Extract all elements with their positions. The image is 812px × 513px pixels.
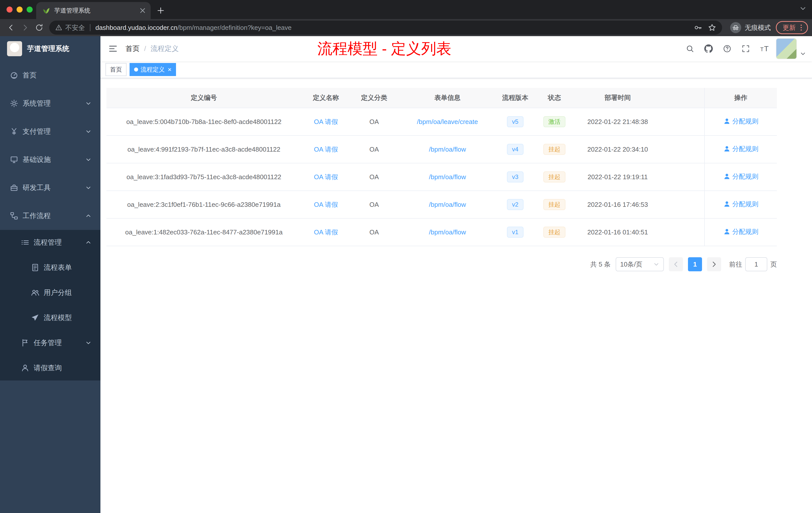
version-tag[interactable]: v3 <box>507 172 523 182</box>
dashboard-icon <box>10 71 18 79</box>
next-page-button[interactable] <box>707 257 721 271</box>
bookmark-star-icon[interactable] <box>708 24 716 32</box>
cell-version: v4 <box>497 135 533 163</box>
status-badge: 激活 <box>543 116 566 127</box>
page-unit-label: 页 <box>770 260 777 269</box>
hamburger-icon[interactable] <box>100 44 125 53</box>
navbar-actions: TT <box>684 39 812 59</box>
fullscreen-icon[interactable] <box>739 42 752 55</box>
close-window-button[interactable] <box>6 6 12 12</box>
maximize-window-button[interactable] <box>27 6 33 12</box>
sidebar-item-工作流程[interactable]: 工作流程 <box>0 202 100 230</box>
sidebar-item-流程模型[interactable]: 流程模型 <box>0 305 100 330</box>
tag-首页[interactable]: 首页 <box>106 63 126 76</box>
tag-流程定义[interactable]: 流程定义× <box>129 63 176 76</box>
menu-dots-icon[interactable] <box>797 24 805 32</box>
definition-name-link[interactable]: OA 请假 <box>314 118 338 125</box>
sidebar-item-请假查询[interactable]: 请假查询 <box>0 355 100 381</box>
tag-label: 流程定义 <box>141 65 165 73</box>
url-host: dashboard.yudao.iocoder.cn <box>95 24 177 31</box>
sidebar-item-label: 支付管理 <box>23 127 51 136</box>
breadcrumb-item[interactable]: 首页 <box>125 44 140 54</box>
address-bar[interactable]: 不安全 dashboard.yudao.iocoder.cn/bpm/manag… <box>49 21 722 35</box>
cell-spacer <box>660 191 704 218</box>
avatar[interactable] <box>776 39 796 59</box>
url-text: dashboard.yudao.iocoder.cn/bpm/manager/d… <box>95 24 689 32</box>
goto-page-input[interactable] <box>745 257 767 271</box>
sidebar-item-流程表单[interactable]: 流程表单 <box>0 255 100 280</box>
sidebar-item-支付管理[interactable]: 支付管理 <box>0 117 100 146</box>
reload-button[interactable] <box>32 21 46 35</box>
cell-definition-id: oa_leave:4:991f2193-7b7f-11ec-a3c8-acde4… <box>107 135 301 163</box>
sidebar-item-基础设施[interactable]: 基础设施 <box>0 146 100 174</box>
assign-rule-button[interactable]: 分配规则 <box>723 145 758 153</box>
github-icon[interactable] <box>702 42 715 55</box>
cell-status: 挂起 <box>533 163 576 191</box>
sidebar-item-研发工具[interactable]: 研发工具 <box>0 174 100 202</box>
person-fill-icon <box>723 145 730 152</box>
page-number-1[interactable]: 1 <box>688 257 702 271</box>
sidebar-item-任务管理[interactable]: 任务管理 <box>0 330 100 355</box>
assign-rule-label: 分配规则 <box>732 172 758 181</box>
tags-bar: 首页流程定义× <box>100 61 812 78</box>
cell-version: v3 <box>497 163 533 191</box>
annotation-title: 流程模型 - 定义列表 <box>317 39 451 59</box>
main: 首页/流程定义 流程模型 - 定义列表 TT 首页流程定义× <box>100 36 812 513</box>
help-icon[interactable] <box>721 42 734 55</box>
form-info-link[interactable]: /bpm/oa/leave/create <box>417 118 478 125</box>
definition-name-link[interactable]: OA 请假 <box>314 146 338 153</box>
svg-text:T: T <box>764 44 768 53</box>
cell-category: OA <box>350 163 398 191</box>
new-tab-button[interactable] <box>154 3 168 18</box>
logo <box>7 41 22 56</box>
cell-status: 激活 <box>533 108 576 135</box>
status-badge: 挂起 <box>543 144 566 155</box>
search-icon[interactable] <box>684 42 696 55</box>
assign-rule-button[interactable]: 分配规则 <box>723 228 758 236</box>
table-row: oa_leave:4:991f2193-7b7f-11ec-a3c8-acde4… <box>107 135 777 163</box>
sidebar-logo-row[interactable]: 芋道管理系统 <box>0 36 100 61</box>
font-size-icon[interactable]: TT <box>758 42 771 55</box>
incognito-label: 无痕模式 <box>745 23 771 32</box>
cell-form-info: /bpm/oa/flow <box>398 191 497 218</box>
tab-search-chevron-icon[interactable] <box>799 4 807 12</box>
page-size-value: 10条/页 <box>620 260 642 269</box>
sidebar: 芋道管理系统 首页系统管理支付管理基础设施研发工具工作流程流程管理流程表单用户分… <box>0 36 100 513</box>
form-info-link[interactable]: /bpm/oa/flow <box>429 146 466 153</box>
user-icon <box>21 364 29 372</box>
definition-name-link[interactable]: OA 请假 <box>314 201 338 208</box>
definition-name-link[interactable]: OA 请假 <box>314 173 338 181</box>
column-header-表单信息: 表单信息 <box>398 88 497 108</box>
assign-rule-button[interactable]: 分配规则 <box>723 117 758 126</box>
tab-close-icon[interactable] <box>139 6 147 14</box>
page-size-select[interactable]: 10条/页 <box>616 257 664 271</box>
forward-button[interactable] <box>18 21 32 35</box>
sidebar-item-流程管理[interactable]: 流程管理 <box>0 230 100 255</box>
table-row: oa_leave:5:004b710b-7b8a-11ec-8ef0-acde4… <box>107 108 777 135</box>
back-button[interactable] <box>4 21 18 35</box>
prev-page-button[interactable] <box>669 257 683 271</box>
avatar-caret-down-icon[interactable] <box>800 51 806 57</box>
tag-close-icon[interactable]: × <box>168 66 172 73</box>
browser-update-button[interactable]: 更新 <box>776 21 808 34</box>
version-tag[interactable]: v4 <box>507 144 523 155</box>
browser-tab[interactable]: 芋道管理系统 <box>36 2 151 19</box>
version-tag[interactable]: v2 <box>507 199 523 210</box>
workflow-icon <box>10 212 18 220</box>
form-info-link[interactable]: /bpm/oa/flow <box>429 229 466 236</box>
key-icon[interactable] <box>694 24 702 32</box>
sidebar-item-label: 研发工具 <box>23 183 51 192</box>
security-indicator[interactable]: 不安全 <box>55 23 85 32</box>
definition-name-link[interactable]: OA 请假 <box>314 229 338 236</box>
assign-rule-button[interactable]: 分配规则 <box>723 172 758 181</box>
form-info-link[interactable]: /bpm/oa/flow <box>429 201 466 208</box>
assign-rule-button[interactable]: 分配规则 <box>723 200 758 209</box>
version-tag[interactable]: v1 <box>507 227 523 238</box>
minimize-window-button[interactable] <box>17 6 23 12</box>
version-tag[interactable]: v5 <box>507 116 523 127</box>
cell-category: OA <box>350 218 398 246</box>
sidebar-item-首页[interactable]: 首页 <box>0 61 100 89</box>
sidebar-item-用户分组[interactable]: 用户分组 <box>0 280 100 305</box>
sidebar-item-系统管理[interactable]: 系统管理 <box>0 89 100 117</box>
form-info-link[interactable]: /bpm/oa/flow <box>429 173 466 181</box>
